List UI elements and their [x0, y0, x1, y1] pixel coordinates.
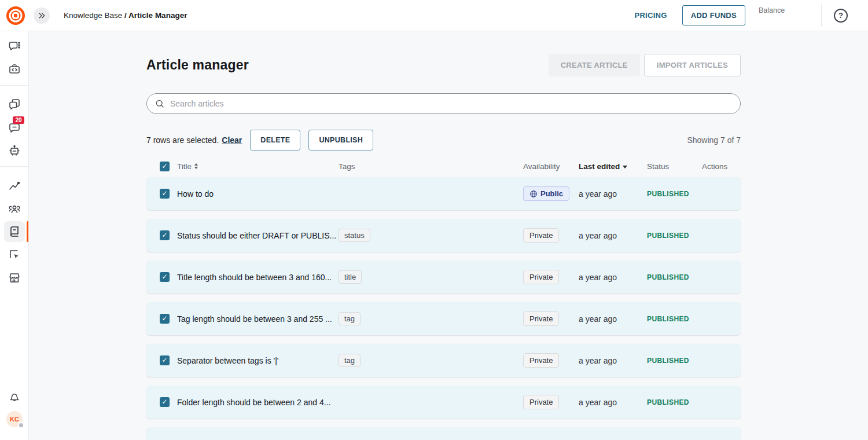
table-row[interactable]: ✓ Tag length should be between 3 and 255…	[146, 302, 741, 335]
sidebar-item-chats[interactable]	[8, 39, 21, 53]
row-checkbox[interactable]: ✓	[160, 189, 170, 199]
code-case-icon	[8, 62, 21, 76]
sidebar-item-knowledge-base[interactable]	[8, 225, 21, 239]
search-input[interactable]	[170, 99, 733, 108]
column-header-last-edited[interactable]: Last edited	[579, 162, 647, 171]
table-row[interactable]: ✓ Separator between tags is '|' tag Priv…	[146, 344, 741, 377]
status-value: PUBLISHED	[647, 315, 702, 323]
globe-icon	[529, 190, 538, 198]
article-title: Tag length should be between 3 and 255 .…	[177, 314, 339, 324]
add-funds-button[interactable]: ADD FUNDS	[682, 5, 745, 25]
pricing-link[interactable]: PRICING	[634, 11, 667, 20]
unpublish-button[interactable]: UNPUBLISH	[308, 130, 373, 151]
breadcrumb-section[interactable]: Knowledge Base	[64, 11, 122, 20]
sort-icon	[194, 163, 198, 169]
sidebar-divider	[0, 166, 28, 167]
avatar-initials: KC	[10, 416, 19, 423]
tag-chip: tag	[339, 354, 361, 367]
search-bar[interactable]	[146, 93, 741, 114]
availability-badge: Private	[523, 228, 559, 243]
column-header-status-label: Status	[647, 162, 669, 171]
article-title: Title length should be between 3 and 160…	[177, 273, 339, 282]
table-row[interactable]: ✓ Folder length should be between 2 and …	[146, 386, 741, 419]
article-title: Status should be either DRAFT or PUBLIS.…	[177, 231, 339, 240]
sidebar-item-campaigns[interactable]	[8, 248, 21, 262]
import-articles-button[interactable]: IMPORT ARTICLES	[644, 54, 741, 76]
table-row[interactable]: ✓ Status should be either DRAFT or PUBLI…	[146, 219, 741, 252]
table-row-partial[interactable]	[146, 427, 741, 440]
balance-box: Balance	[759, 0, 821, 14]
availability-badge: Public	[523, 186, 569, 201]
last-edited-value: a year ago	[579, 356, 647, 365]
sidebar: 20	[0, 31, 29, 440]
last-edited-value: a year ago	[579, 314, 647, 324]
last-edited-value: a year ago	[579, 273, 647, 282]
selection-toolbar: 7 rows are selected. Clear DELETE UNPUBL…	[146, 130, 741, 150]
team-icon	[8, 202, 21, 216]
sidebar-divider	[0, 85, 28, 86]
availability-label: Private	[529, 314, 553, 323]
table-header-row: ✓ Title Tags Availability Last edited St…	[146, 155, 741, 177]
create-article-button[interactable]: CREATE ARTICLE	[549, 54, 640, 76]
row-checkbox[interactable]: ✓	[160, 314, 170, 324]
column-header-status: Status	[647, 162, 702, 171]
bell-icon	[8, 390, 21, 404]
tag-chip: status	[339, 229, 370, 242]
column-header-tags-label: Tags	[339, 162, 355, 171]
top-bar: Knowledge Base / Article Manager PRICING…	[0, 0, 868, 31]
storefront-icon	[8, 271, 21, 285]
selection-count-text: 7 rows are selected.	[146, 135, 219, 145]
double-chevron-right-icon	[37, 11, 46, 20]
book-icon	[8, 225, 21, 239]
tickets-count-badge: 20	[13, 116, 24, 124]
availability-label: Public	[540, 189, 563, 198]
status-value: PUBLISHED	[647, 398, 702, 406]
status-value: PUBLISHED	[647, 232, 702, 240]
last-edited-value: a year ago	[579, 398, 647, 407]
availability-label: Private	[529, 231, 553, 240]
row-checkbox[interactable]: ✓	[160, 355, 170, 365]
column-header-actions: Actions	[702, 162, 741, 171]
availability-badge: Private	[523, 353, 559, 368]
article-rows: ✓ How to do Public a year ago PUBLISHED …	[146, 177, 741, 440]
avatar-status-dot	[18, 422, 24, 428]
line-chart-icon	[8, 179, 21, 193]
chat-menu-icon	[8, 39, 21, 53]
active-item-indicator	[27, 221, 28, 242]
showing-count-text: Showing 7 of 7	[687, 135, 741, 145]
balance-label: Balance	[759, 6, 821, 14]
availability-label: Private	[529, 273, 553, 281]
robot-icon	[8, 144, 21, 157]
expand-sidebar-button[interactable]	[34, 8, 50, 24]
help-button[interactable]: ?	[834, 9, 848, 23]
row-checkbox[interactable]: ✓	[160, 230, 170, 240]
row-checkbox[interactable]: ✓	[160, 272, 170, 282]
sidebar-item-team[interactable]	[8, 202, 21, 216]
sidebar-item-chatbot[interactable]	[8, 144, 21, 157]
column-header-title-label: Title	[177, 162, 192, 171]
select-all-checkbox[interactable]: ✓	[160, 162, 170, 171]
table-row[interactable]: ✓ Title length should be between 3 and 1…	[146, 261, 741, 294]
article-title: Folder length should be between 2 and 4.…	[177, 398, 339, 407]
sidebar-item-marketplace[interactable]	[8, 271, 21, 285]
notifications-bell-button[interactable]	[8, 390, 21, 404]
tag-chip: title	[339, 270, 362, 284]
user-avatar[interactable]: KC	[6, 411, 23, 427]
sidebar-item-widget[interactable]	[8, 62, 21, 76]
last-edited-value: a year ago	[579, 231, 647, 240]
question-mark-icon: ?	[838, 11, 843, 20]
status-value: PUBLISHED	[647, 357, 702, 365]
article-title: Separator between tags is '|'	[177, 356, 339, 365]
topbar-divider	[821, 5, 822, 27]
availability-label: Private	[529, 398, 553, 406]
sidebar-item-reports[interactable]	[8, 179, 21, 193]
sidebar-item-archives[interactable]	[8, 97, 21, 111]
table-row[interactable]: ✓ How to do Public a year ago PUBLISHED	[146, 177, 741, 210]
column-header-actions-label: Actions	[702, 162, 727, 171]
frame-cursor-icon	[8, 248, 21, 262]
row-checkbox[interactable]: ✓	[160, 397, 170, 407]
last-edited-value: a year ago	[579, 189, 647, 199]
column-header-title[interactable]: Title	[177, 162, 339, 171]
delete-button[interactable]: DELETE	[250, 130, 300, 151]
clear-selection-link[interactable]: Clear	[222, 135, 242, 145]
